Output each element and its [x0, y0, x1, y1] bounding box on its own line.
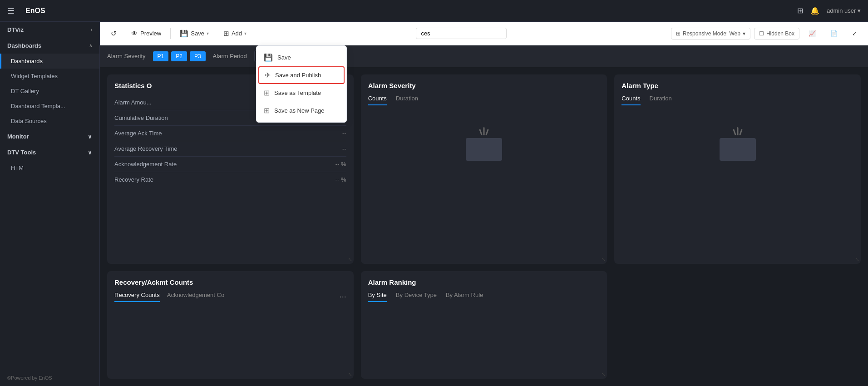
filter-tags: P1 P2 P3: [153, 51, 206, 61]
filter-tag-p3[interactable]: P3: [190, 51, 206, 61]
add-button[interactable]: ⊞ Add ▾: [218, 27, 252, 40]
recovery-ackmt-tabs-row: Recovery Counts Acknowledgement Co ···: [114, 292, 346, 302]
stats-label: Alarm Amou...: [114, 99, 152, 106]
search-input[interactable]: [416, 28, 507, 39]
user-menu[interactable]: admin user ▾: [827, 7, 861, 14]
empty-state-icon-type: [621, 111, 853, 183]
resize-handle[interactable]: ⤡: [602, 257, 605, 262]
tab-recovery-counts[interactable]: Recovery Counts: [114, 292, 160, 302]
dashboards-header[interactable]: Dashboards ∧: [0, 38, 99, 54]
alarm-severity-tabs: Counts Duration: [368, 95, 600, 105]
inbox-rays-type: [734, 127, 741, 135]
table-row: Average Ack Time --: [114, 126, 346, 141]
save-dropdown-template[interactable]: ⊞ Save as Template: [256, 84, 346, 102]
main-layout: DTViz › Dashboards ∧ Dashboards Widget T…: [0, 22, 868, 386]
preview-button[interactable]: 👁 Preview: [126, 27, 167, 40]
dashboard-grid: Statistics O Alarm Amou... -- Cumulative…: [100, 67, 868, 386]
empty-state-icon: [368, 111, 600, 183]
undo-icon: ↺: [111, 30, 117, 38]
alarm-ranking-tabs: By Site By Device Type By Alarm Rule: [368, 292, 600, 302]
tab-duration-type[interactable]: Duration: [650, 95, 672, 105]
save-dropdown-new-page[interactable]: ⊞ Save as New Page: [256, 102, 346, 119]
tab-by-site[interactable]: By Site: [368, 292, 387, 302]
bell-icon[interactable]: 🔔: [810, 6, 819, 15]
alarm-severity-label: Alarm Severity: [107, 53, 146, 59]
alarm-type-title: Alarm Type: [621, 82, 853, 89]
sidebar-item-htm[interactable]: HTM: [0, 160, 99, 175]
responsive-mode-label: Responsive Mode: Web: [683, 30, 740, 37]
recovery-ackmt-widget: Recovery/Ackmt Counts Recovery Counts Ac…: [107, 271, 354, 379]
expand-icon: ⤢: [852, 30, 857, 37]
tab-counts-type[interactable]: Counts: [621, 95, 640, 105]
sidebar-item-widget-templates-label: Widget Templates: [11, 73, 58, 79]
expand-icon-btn[interactable]: ⤢: [847, 27, 863, 40]
filter-bar: Alarm Severity P1 P2 P3 Alarm Period Ple…: [100, 45, 868, 67]
dashboards-chevron: ∧: [89, 43, 92, 48]
toolbar-right: ⊞ Responsive Mode: Web ▾ ☐ Hidden Box 📈 …: [671, 27, 863, 40]
inbox-box-type: [720, 138, 756, 161]
inbox-box: [466, 138, 502, 161]
template-menu-label: Save as Template: [274, 89, 321, 96]
sidebar-item-dashboard-template[interactable]: Dashboard Templa...: [0, 99, 99, 114]
responsive-mode-button[interactable]: ⊞ Responsive Mode: Web ▾: [671, 28, 750, 40]
responsive-mode-icon: ⊞: [676, 30, 681, 37]
sidebar-item-data-sources-label: Data Sources: [11, 118, 47, 124]
preview-label: Preview: [140, 30, 161, 37]
sidebar-item-htm-label: HTM: [11, 164, 24, 171]
topbar-right: ⊞ 🔔 admin user ▾: [797, 6, 861, 15]
new-page-menu-icon: ⊞: [264, 106, 270, 115]
save-button[interactable]: 💾 Save ▾: [174, 27, 214, 40]
table-row: Recovery Rate -- %: [114, 172, 346, 187]
save-icon: 💾: [180, 30, 188, 38]
monitor-section-header[interactable]: Monitor ∨: [0, 129, 99, 144]
hidden-box-button[interactable]: ☐ Hidden Box: [754, 28, 799, 40]
footer-text: ©Powered by EnOS: [7, 375, 52, 381]
monitor-icon[interactable]: ⊞: [797, 6, 803, 15]
stats-value: -- %: [335, 161, 346, 168]
stats-value: -- %: [335, 176, 346, 183]
table-row: Average Recovery Time --: [114, 141, 346, 157]
alarm-severity-widget: Alarm Severity Counts Duration ⤡: [361, 74, 607, 264]
sidebar-item-data-sources[interactable]: Data Sources: [0, 114, 99, 129]
tab-duration[interactable]: Duration: [396, 95, 418, 105]
new-page-menu-label: Save as New Page: [274, 107, 325, 114]
monitor-chevron: ∨: [88, 133, 92, 140]
content-area: ↺ 👁 Preview 💾 Save ▾ ⊞ Add ▾: [100, 22, 868, 386]
stats-value: --: [342, 130, 346, 137]
sidebar-item-dt-gallery-label: DT Gallery: [11, 88, 39, 94]
save-label: Save: [191, 30, 204, 37]
add-caret: ▾: [244, 31, 247, 36]
undo-button[interactable]: ↺: [105, 27, 122, 40]
tab-counts[interactable]: Counts: [368, 95, 387, 105]
topbar: ☰ EnOS ⊞ 🔔 admin user ▾: [0, 0, 868, 22]
chart-icon-btn[interactable]: 📈: [803, 27, 821, 40]
template-menu-icon: ⊞: [264, 89, 270, 97]
resize-handle[interactable]: ⤡: [348, 372, 352, 377]
tab-by-alarm-rule[interactable]: By Alarm Rule: [446, 292, 483, 302]
dtv-tools-chevron: ∨: [88, 149, 92, 156]
save-menu-label: Save: [277, 54, 291, 61]
chart-icon: 📈: [809, 30, 816, 37]
hidden-box-icon: ☐: [759, 30, 764, 37]
more-options-icon[interactable]: ···: [340, 292, 346, 302]
table-row: Acknowledgement Rate -- %: [114, 157, 346, 172]
dtviz-header[interactable]: DTViz ›: [0, 22, 99, 38]
stats-label: Cumulative Duration: [114, 114, 168, 121]
sidebar-item-dashboard-template-label: Dashboard Templa...: [11, 103, 65, 109]
resize-handle[interactable]: ⤡: [855, 257, 859, 262]
save-dropdown-publish[interactable]: ✈ Save and Publish: [258, 66, 345, 84]
tab-by-device-type[interactable]: By Device Type: [396, 292, 437, 302]
sidebar-item-dashboards[interactable]: Dashboards: [0, 54, 99, 69]
filter-tag-p2[interactable]: P2: [171, 51, 187, 61]
resize-handle[interactable]: ⤡: [348, 257, 352, 262]
resize-handle[interactable]: ⤡: [602, 372, 605, 377]
file-icon-btn[interactable]: 📄: [825, 27, 843, 40]
filter-tag-p1[interactable]: P1: [153, 51, 169, 61]
sidebar-item-dt-gallery[interactable]: DT Gallery: [0, 84, 99, 99]
file-icon: 📄: [830, 30, 838, 37]
sidebar-item-widget-templates[interactable]: Widget Templates: [0, 69, 99, 84]
save-dropdown-save[interactable]: 💾 Save: [256, 49, 346, 66]
hamburger-icon[interactable]: ☰: [7, 6, 15, 16]
dtv-tools-section-header[interactable]: DTV Tools ∨: [0, 144, 99, 160]
tab-acknowledgement-co[interactable]: Acknowledgement Co: [167, 292, 224, 302]
